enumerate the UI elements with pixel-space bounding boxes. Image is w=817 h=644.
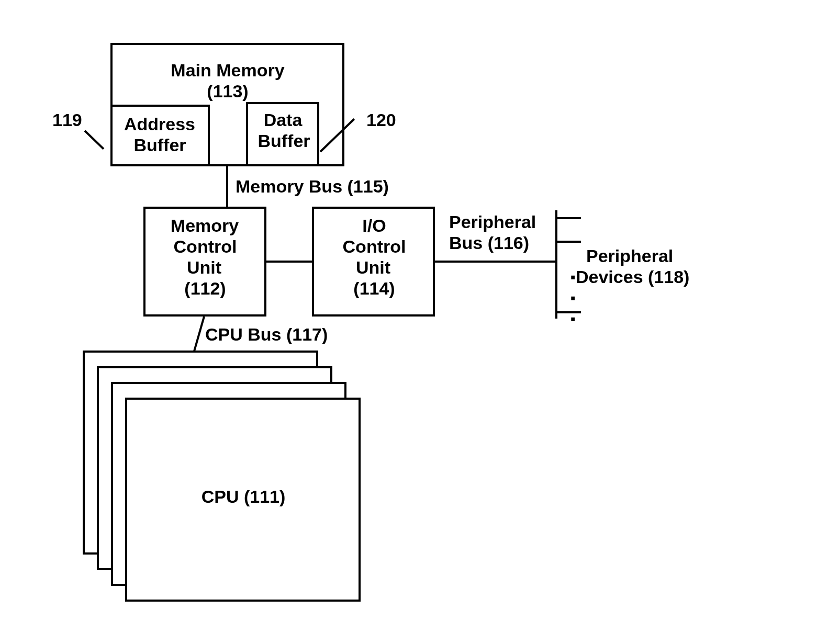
data-buffer-l1: Data bbox=[261, 110, 305, 130]
main-memory-label-l1: Main Memory bbox=[162, 60, 293, 81]
ref-119-leader bbox=[84, 130, 105, 150]
data-buffer-l2: Buffer bbox=[254, 131, 314, 151]
peripheral-branch-1 bbox=[557, 217, 581, 219]
peripheral-dot-3: . bbox=[569, 298, 576, 327]
iocu-l1: I/O bbox=[356, 216, 393, 236]
iocu-l4: (114) bbox=[348, 278, 400, 299]
mcu-l3: Unit bbox=[183, 257, 225, 278]
address-buffer-l2: Buffer bbox=[130, 135, 190, 155]
iocu-l3: Unit bbox=[352, 257, 394, 278]
mcu-l2: Control bbox=[169, 236, 242, 257]
mcu-l1: Memory bbox=[165, 216, 244, 236]
ref-119-label: 119 bbox=[52, 110, 82, 130]
mcu-to-iocu-line bbox=[266, 261, 312, 263]
peripheral-bus-l1: Peripheral bbox=[449, 212, 536, 232]
peripheral-bus-vertical bbox=[555, 210, 557, 319]
cpu-label: CPU (111) bbox=[186, 487, 301, 507]
main-memory-label-l2: (113) bbox=[194, 81, 262, 101]
peripheral-devices-l1: Peripheral bbox=[586, 246, 673, 266]
peripheral-branch-2 bbox=[557, 241, 581, 243]
diagram-canvas: Main Memory (113) Address Buffer Data Bu… bbox=[0, 0, 817, 644]
peripheral-devices-l2: Devices (118) bbox=[576, 267, 689, 287]
memory-bus-label: Memory Bus (115) bbox=[236, 176, 389, 197]
iocu-l2: Control bbox=[338, 236, 411, 257]
iocu-to-pbus-line bbox=[435, 261, 555, 263]
cpu-bus-label: CPU Bus (117) bbox=[205, 324, 328, 345]
address-buffer-l1: Address bbox=[120, 114, 199, 134]
peripheral-bus-l2: Bus (116) bbox=[449, 233, 529, 253]
memory-bus-line bbox=[226, 166, 228, 207]
mcu-l4: (112) bbox=[179, 278, 231, 299]
ref-120-label: 120 bbox=[366, 110, 396, 130]
